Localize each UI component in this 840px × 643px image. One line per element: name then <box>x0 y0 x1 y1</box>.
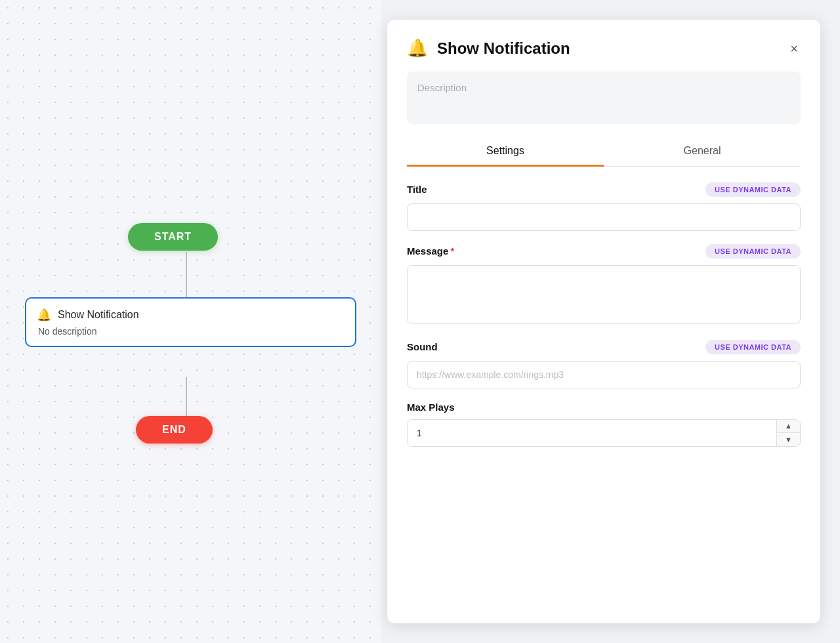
message-field-row: Message* USE DYNAMIC DATA <box>407 244 801 259</box>
panel-bell-icon: 🔔 <box>407 38 428 58</box>
description-placeholder: Description <box>417 82 467 93</box>
stepper-controls: ▲ ▼ <box>776 420 800 446</box>
stepper-increment-btn[interactable]: ▲ <box>777 420 800 434</box>
panel-header-left: 🔔 Show Notification <box>407 38 570 58</box>
panel-header: 🔔 Show Notification × <box>387 20 820 72</box>
node-title: Show Notification <box>58 309 139 321</box>
title-field-row: Title USE DYNAMIC DATA <box>407 182 801 197</box>
message-field-label: Message* <box>407 245 454 257</box>
title-field-label: Title <box>407 184 427 195</box>
flow-container: START 🔔 Show Notification No description… <box>0 0 381 643</box>
tab-settings[interactable]: Settings <box>407 137 604 167</box>
notification-node-header: 🔔 Show Notification <box>37 308 345 322</box>
stepper-decrement-btn[interactable]: ▼ <box>777 433 800 446</box>
sound-input[interactable] <box>407 361 801 388</box>
settings-panel: 🔔 Show Notification × Description Settin… <box>387 20 820 623</box>
end-node[interactable]: END <box>136 416 213 444</box>
notification-node[interactable]: 🔔 Show Notification No description <box>25 297 356 347</box>
node-description: No description <box>37 326 345 337</box>
tabs: Settings General <box>407 137 801 167</box>
close-button[interactable]: × <box>788 39 801 58</box>
max-plays-field-label: Max Plays <box>407 402 455 413</box>
connector-top <box>186 252 187 298</box>
connector-bottom <box>186 377 187 417</box>
message-dynamic-btn[interactable]: USE DYNAMIC DATA <box>705 244 801 259</box>
title-input[interactable] <box>407 203 801 231</box>
sound-field-label: Sound <box>407 341 438 352</box>
start-node[interactable]: START <box>128 223 218 251</box>
start-label: START <box>154 231 192 242</box>
max-plays-field-row: Max Plays <box>407 402 801 413</box>
end-label: END <box>162 424 186 435</box>
settings-content: Title USE DYNAMIC DATA Message* USE DYNA… <box>387 167 820 624</box>
description-area[interactable]: Description <box>407 72 801 124</box>
tab-general[interactable]: General <box>604 137 801 167</box>
required-star: * <box>450 245 454 257</box>
title-dynamic-btn[interactable]: USE DYNAMIC DATA <box>705 182 801 197</box>
sound-field-row: Sound USE DYNAMIC DATA <box>407 340 801 354</box>
max-plays-stepper: ▲ ▼ <box>407 419 801 447</box>
panel-title: Show Notification <box>437 39 570 58</box>
sound-dynamic-btn[interactable]: USE DYNAMIC DATA <box>705 340 801 354</box>
node-bell-icon: 🔔 <box>37 308 51 322</box>
message-input[interactable] <box>407 265 801 324</box>
max-plays-input[interactable] <box>408 420 776 446</box>
